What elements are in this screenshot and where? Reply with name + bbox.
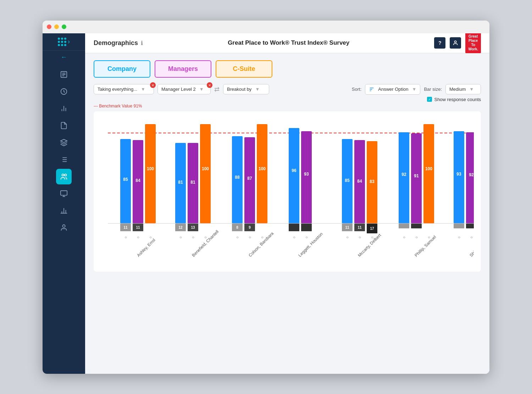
bar-label-purple-4: 93 (304, 172, 309, 177)
bar-label-orange-6: 100 (425, 166, 432, 171)
filter1-badge: ✕ (150, 82, 156, 88)
maximize-dot[interactable] (62, 24, 66, 29)
bar-label-purple-6: 91 (414, 173, 419, 178)
person-icon-6b: ⚬ (414, 234, 419, 240)
show-counts-label: Show response counts (434, 97, 481, 102)
title-bar (43, 21, 489, 33)
sidebar-item-analytics[interactable] (56, 101, 72, 116)
close-dot[interactable] (47, 24, 51, 29)
bar-label-blue-6: 92 (401, 172, 406, 177)
person-icon-6a: ⚬ (402, 234, 406, 240)
sidebar-item-user[interactable] (56, 220, 72, 235)
svg-point-25 (455, 41, 456, 43)
bottom-label-gray-3: 8 (236, 226, 238, 229)
manager-name-1: Ashley, Errol (136, 237, 156, 257)
bottom-label-gray-1: 11 (123, 226, 128, 229)
person-icon-3a: ⚬ (235, 234, 240, 240)
bar-label-blue-2: 81 (178, 180, 183, 185)
manager-name-4: Leggett, Houston (297, 231, 324, 258)
bar-label-purple-7: 92 (469, 172, 474, 177)
filter-question[interactable]: Taking everything... ▼ ✕ (94, 84, 154, 94)
person-icon-5a: ⚬ (345, 234, 350, 240)
tab-managers[interactable]: Managers (155, 60, 211, 78)
person-icon-1a: ⚬ (123, 234, 128, 240)
sidebar-item-history[interactable] (56, 84, 72, 99)
filter-manager-level[interactable]: Manager Level 2 ▼ ✕ (157, 84, 211, 94)
chart-container: 85 84 100 11 11 (94, 111, 481, 272)
sidebar-item-slides[interactable] (56, 186, 72, 201)
bottom-dark-4a (289, 223, 299, 231)
bar-label-orange-3: 100 (259, 166, 266, 171)
swap-icon[interactable]: ⇄ (214, 85, 220, 93)
info-icon[interactable]: ℹ (141, 40, 143, 46)
bar-label-blue-3: 88 (235, 175, 240, 180)
bar-orange-3 (257, 124, 267, 223)
bottom-label-gray-2: 12 (178, 226, 183, 229)
category-tabs: Company Managers C-Suite (94, 60, 481, 78)
bar-label-orange-1: 100 (147, 166, 154, 171)
header-right: ? Great Place To Work. (434, 33, 481, 54)
person-icon-3b: ⚬ (248, 234, 252, 240)
bar-purple-4 (301, 131, 312, 223)
content-area: Company Managers C-Suite Taking everythi… (85, 53, 489, 374)
bar-blue-7 (454, 131, 464, 223)
svg-rect-17 (61, 190, 67, 195)
header-left: Demographics ℹ (94, 39, 143, 47)
filter-breakout[interactable]: Breakout by ▼ (223, 84, 269, 94)
show-counts-checkbox[interactable]: ✓ (427, 97, 432, 102)
breadcrumb-title: Demographics (94, 39, 138, 47)
bar-label-purple-5: 84 (357, 179, 362, 184)
svg-point-16 (65, 174, 67, 176)
bottom-label-dark-2: 13 (191, 226, 195, 229)
bar-label-blue-4: 96 (292, 168, 297, 173)
bar-blue-4 (289, 128, 299, 223)
app-window: › ← (43, 21, 489, 374)
bar-size-label: Bar size: (424, 87, 442, 92)
bar-blue-3 (232, 136, 243, 223)
bar-orange-1 (145, 124, 156, 223)
bottom-gray-7 (454, 223, 464, 228)
back-icon: ← (61, 54, 67, 61)
sidebar-item-demographics[interactable] (56, 169, 72, 184)
sidebar-item-layers[interactable] (56, 135, 72, 150)
bottom-gray-6 (399, 223, 409, 228)
person-icon-7b: ⚬ (469, 234, 474, 240)
bar-label-orange-5: 83 (370, 179, 375, 184)
person-icon-4a: ⚬ (292, 234, 297, 240)
sort-label: Sort: (352, 87, 361, 92)
bar-size-select[interactable]: Medium ▼ (445, 84, 481, 94)
person-icon-5b: ⚬ (358, 234, 362, 240)
sidebar-item-list[interactable] (56, 152, 72, 167)
svg-point-24 (62, 224, 65, 227)
bar-orange-6 (423, 124, 434, 223)
bottom-label-darker-5: 17 (370, 227, 374, 231)
tab-company[interactable]: Company (94, 60, 150, 78)
expand-icon[interactable]: › (68, 38, 70, 45)
sort-select[interactable]: Answer Option ▼ (365, 84, 420, 95)
sidebar: › ← (43, 33, 85, 374)
help-button[interactable]: ? (434, 37, 445, 49)
sidebar-item-document[interactable] (56, 118, 72, 133)
filter-row: Taking everything... ▼ ✕ Manager Level 2… (94, 84, 481, 95)
sidebar-item-chart[interactable] (56, 203, 72, 218)
bar-label-purple-2: 81 (190, 180, 195, 185)
back-button[interactable]: ← (43, 51, 85, 64)
sidebar-item-reports[interactable] (56, 67, 72, 82)
page-title: Great Place to Work® Trust Index® Survey (228, 39, 349, 46)
manager-name-2: Benefield, Chantell (191, 229, 220, 257)
user-button[interactable] (450, 37, 461, 49)
bottom-label-dark-1: 11 (136, 226, 140, 229)
bottom-dark-4b (301, 223, 312, 231)
bar-chart: 85 84 100 11 11 (101, 117, 474, 266)
tab-csuite[interactable]: C-Suite (216, 60, 272, 78)
bar-orange-2 (200, 124, 211, 223)
manager-name-7: Ship, Mervin (469, 238, 474, 258)
chart-svg: 85 84 100 11 11 (101, 117, 474, 267)
benchmark-label: --- Benchmark Value 91% (94, 104, 481, 109)
bar-label-blue-7: 93 (456, 172, 461, 177)
bar-label-purple-1: 84 (135, 178, 140, 183)
bar-purple-6 (411, 133, 422, 223)
bottom-dark-6 (411, 223, 422, 228)
minimize-dot[interactable] (54, 24, 59, 29)
person-icon-2a: ⚬ (178, 234, 183, 240)
